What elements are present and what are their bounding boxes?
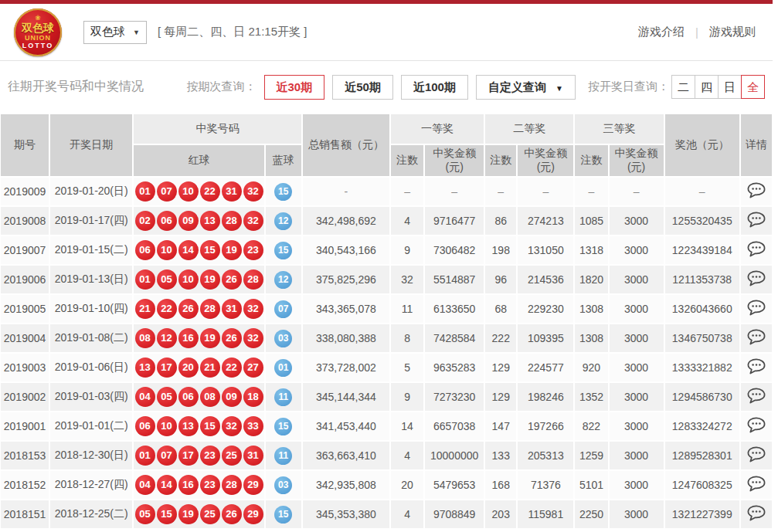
cell-sales: 340,543,166 [303, 236, 389, 264]
col-header-amount1: 中奖金额(元) [425, 145, 484, 176]
red-ball: 23 [200, 475, 220, 495]
cell-prize3-amount: 3000 [610, 471, 664, 499]
col-header-prize2: 二等奖 [485, 114, 573, 144]
detail-comment-icon[interactable] [747, 446, 766, 463]
cell-prize3-count: 1085 [575, 207, 607, 235]
cell-prize2-count: 168 [485, 471, 516, 499]
period-button-近30期[interactable]: 近30期 [264, 75, 325, 100]
detail-comment-icon[interactable] [747, 358, 766, 374]
red-ball: 20 [178, 357, 199, 378]
cell-date: 2019-01-06(日) [50, 354, 132, 381]
cell-date: 2018-12-27(四) [50, 471, 132, 499]
detail-comment-icon[interactable] [747, 476, 766, 492]
detail-comment-icon[interactable] [747, 300, 766, 316]
blue-ball: 12 [274, 212, 292, 230]
red-ball: 31 [222, 181, 242, 202]
red-ball: 19 [222, 240, 242, 260]
cell-prize2-amount: 214536 [518, 266, 573, 293]
cell-prize1-amount: 10000000 [425, 442, 484, 469]
period-button-近100期[interactable]: 近100期 [401, 75, 468, 100]
detail-comment-icon[interactable] [747, 241, 766, 257]
red-ball: 05 [157, 269, 177, 290]
cell-prize1-amount: 5479653 [425, 471, 484, 499]
detail-comment-icon[interactable] [747, 270, 766, 286]
period-button-近50期[interactable]: 近50期 [332, 75, 393, 100]
cell-prize1-amount: 9708849 [425, 500, 484, 528]
chevron-down-icon: ▼ [555, 84, 563, 93]
nav-game-intro-link[interactable]: 游戏介绍 [638, 25, 685, 39]
nav-game-rules-link[interactable]: 游戏规则 [709, 25, 756, 39]
day-buttons: 二四日全 [672, 75, 765, 99]
cell-blue-ball: 12 [266, 266, 301, 293]
cell-pool: 1346750738 [665, 324, 739, 352]
cell-prize1-count: 5 [391, 354, 423, 381]
custom-query-label: 自定义查询 [488, 80, 546, 93]
cell-issue: 2019009 [1, 178, 49, 205]
chevron-down-icon: ▼ [133, 29, 140, 36]
red-ball: 31 [222, 299, 242, 319]
cell-prize1-count: 4 [391, 500, 423, 528]
page: ❀ 双色球 UNION LOTTO 双色球 ▼ [ 每周二、四、日 21:15开… [0, 0, 773, 530]
cell-prize1-amount: 9635283 [425, 354, 484, 381]
cell-detail [741, 412, 772, 440]
cell-detail [741, 471, 772, 499]
detail-comment-icon[interactable] [747, 212, 766, 228]
cell-prize1-amount: 5514887 [425, 266, 484, 293]
cell-sales: 375,825,296 [303, 266, 389, 293]
detail-comment-icon[interactable] [747, 388, 766, 404]
lottery-select-dropdown[interactable]: 双色球 ▼ [83, 21, 147, 44]
cell-blue-ball: 15 [266, 178, 301, 205]
nav-divider: | [695, 25, 698, 39]
red-ball: 10 [157, 240, 177, 260]
day-button-四[interactable]: 四 [695, 75, 719, 99]
red-ball: 07 [157, 446, 177, 466]
red-ball: 13 [178, 416, 199, 436]
day-button-日[interactable]: 日 [718, 75, 742, 99]
red-ball: 29 [243, 475, 263, 495]
custom-query-dropdown[interactable]: 自定义查询 ▼ [476, 75, 576, 100]
cell-issue: 2019001 [1, 412, 49, 440]
cell-blue-ball: 03 [266, 471, 301, 499]
cell-prize3-amount: 3000 [610, 324, 664, 352]
cell-blue-ball: 15 [266, 236, 301, 264]
cell-date: 2019-01-08(二) [50, 324, 132, 352]
cell-issue: 2018153 [1, 442, 49, 469]
cell-pool: 1247608325 [665, 471, 739, 499]
detail-comment-icon[interactable] [747, 329, 766, 345]
cell-prize3-count: 1318 [575, 236, 607, 264]
red-ball: 08 [200, 387, 220, 407]
cell-prize3-count: 1820 [575, 266, 607, 293]
cell-red-balls: 041416232829 [134, 471, 263, 499]
red-ball: 19 [178, 504, 199, 524]
red-ball: 28 [200, 299, 220, 319]
detail-comment-icon[interactable] [747, 182, 766, 198]
cell-prize3-count: 1308 [575, 295, 607, 323]
cell-prize3-amount: 3000 [610, 500, 664, 528]
red-ball: 25 [222, 446, 242, 466]
cell-prize3-count: 1308 [575, 324, 607, 352]
red-ball: 06 [178, 387, 199, 407]
cell-detail [741, 500, 772, 528]
day-button-全[interactable]: 全 [741, 75, 765, 99]
detail-comment-icon[interactable] [747, 505, 766, 521]
cell-red-balls: 061013153233 [134, 412, 263, 440]
cell-red-balls: 040506080918 [134, 383, 263, 411]
red-ball: 32 [243, 328, 263, 348]
cell-sales: - [303, 178, 389, 205]
query-group: 按期次查询： 近30期近50期近100期 自定义查询 ▼ 按开奖日查询： 二四日… [187, 75, 765, 100]
red-ball: 21 [200, 357, 220, 378]
cell-prize1-count: 20 [391, 471, 423, 499]
cell-detail [741, 207, 772, 235]
cell-prize1-count: 4 [391, 442, 423, 469]
red-ball: 14 [178, 240, 199, 260]
day-button-二[interactable]: 二 [671, 75, 695, 99]
red-ball: 06 [135, 240, 155, 260]
cell-prize1-amount: 7306482 [425, 236, 484, 264]
col-header-prize1: 一等奖 [391, 114, 484, 144]
cell-issue: 2019006 [1, 266, 49, 293]
detail-comment-icon[interactable] [747, 417, 766, 433]
cell-prize3-count: 1352 [575, 383, 607, 411]
cell-red-balls: 020609132832 [134, 207, 263, 235]
table-row: 20190052019-01-10(四)21222628313207343,36… [1, 295, 772, 323]
col-header-amount3: 中奖金额(元) [610, 145, 664, 176]
